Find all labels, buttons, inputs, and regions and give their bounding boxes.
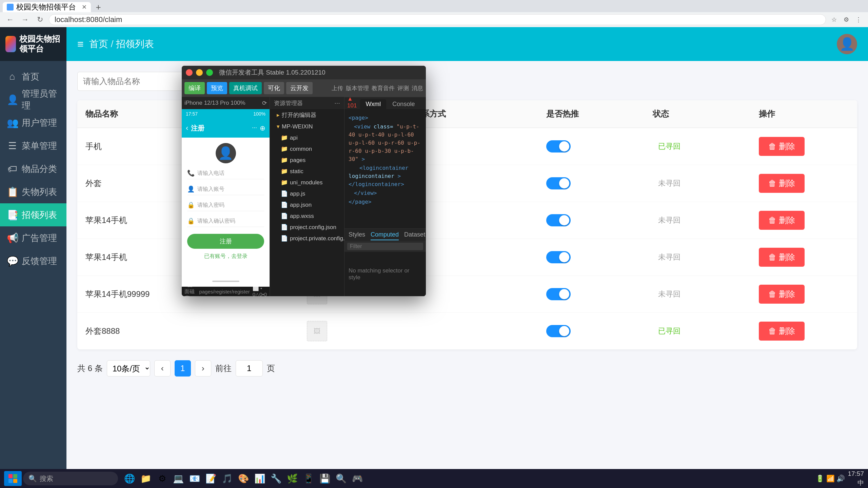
taskbar-app-8[interactable]: 📊 bbox=[252, 471, 267, 486]
phone-share-icon[interactable]: ⊕ bbox=[260, 124, 265, 132]
delete-button-3[interactable]: 🗑 删除 bbox=[759, 248, 805, 267]
file-tree-app-js[interactable]: 📄 app.js bbox=[270, 188, 344, 199]
account-field-icon: 👤 bbox=[187, 185, 195, 193]
real-debug-button[interactable]: 真机调试 bbox=[229, 82, 262, 94]
taskbar-app-3[interactable]: 💻 bbox=[171, 471, 186, 486]
visualize-button[interactable]: 可化 bbox=[264, 82, 284, 94]
delete-button-0[interactable]: 🗑 删除 bbox=[759, 137, 805, 156]
phone-confirm-password-field[interactable]: 🔒 请输入确认密码 bbox=[187, 215, 264, 227]
taskbar-app-6[interactable]: 🎵 bbox=[220, 471, 235, 486]
taskbar-app-9[interactable]: 🔧 bbox=[269, 471, 283, 486]
file-tree-mp-weixin[interactable]: ▾ MP-WEIXIN bbox=[270, 121, 344, 132]
page-1-button[interactable]: 1 bbox=[175, 360, 191, 377]
preview-button[interactable]: 预览 bbox=[207, 82, 227, 94]
nav-forward-button[interactable]: → bbox=[19, 14, 31, 26]
header-menu-icon[interactable]: ≡ bbox=[77, 38, 84, 50]
taskbar-app-12[interactable]: 💾 bbox=[317, 471, 332, 486]
delete-button-1[interactable]: 🗑 删除 bbox=[759, 174, 805, 193]
sidebar-item-ad[interactable]: 📢 广告管理 bbox=[0, 226, 66, 249]
delete-button-5[interactable]: 🗑 删除 bbox=[759, 322, 805, 341]
new-tab-button[interactable]: + bbox=[92, 2, 105, 12]
cell-status: 已寻回 bbox=[645, 128, 751, 165]
taskbar-app-14[interactable]: 🎮 bbox=[350, 471, 365, 486]
taskbar-app-10[interactable]: 🌿 bbox=[285, 471, 300, 486]
delete-button-2[interactable]: 🗑 删除 bbox=[759, 211, 805, 230]
nav-back-button[interactable]: ← bbox=[4, 14, 16, 26]
taskbar-app-13[interactable]: 🔍 bbox=[334, 471, 349, 486]
sidebar-item-feedback[interactable]: 💬 反馈管理 bbox=[0, 249, 66, 272]
inspector-tab-console[interactable]: Console bbox=[387, 99, 420, 109]
taskbar-app-5[interactable]: 📝 bbox=[203, 471, 218, 486]
devtools-window[interactable]: 微信开发者工具 Stable 1.05.2201210 编译 预览 真机调试 可… bbox=[182, 66, 426, 296]
hot-toggle-2[interactable] bbox=[546, 214, 636, 226]
sidebar-item-category[interactable]: 🏷 物品分类 bbox=[0, 157, 66, 180]
sidebar-item-home[interactable]: ⌂ 首页 bbox=[0, 65, 66, 88]
taskbar-app-7[interactable]: 🎨 bbox=[236, 471, 251, 486]
sidebar-item-menu[interactable]: ☰ 菜单管理 bbox=[0, 134, 66, 157]
file-tree-open-editors[interactable]: ▸ 打开的编辑器 bbox=[270, 109, 344, 121]
next-page-button[interactable]: › bbox=[195, 360, 211, 377]
nav-refresh-button[interactable]: ↻ bbox=[34, 14, 46, 26]
file-tree-app-json[interactable]: 📄 app.json bbox=[270, 199, 344, 210]
taskbar-search[interactable]: 🔍 搜索 bbox=[23, 472, 118, 485]
taskbar-app-2[interactable]: ⚙ bbox=[155, 471, 170, 486]
phone-back-button[interactable]: ‹ bbox=[186, 124, 188, 133]
file-tree-project-private[interactable]: 📄 project.private.config.js... bbox=[270, 233, 344, 244]
tab-close-button[interactable]: ✕ bbox=[82, 3, 87, 11]
rotate-icon[interactable]: ⟳ bbox=[262, 100, 267, 107]
styles-tab-computed[interactable]: Computed bbox=[371, 230, 399, 240]
breadcrumb-home[interactable]: 首页 bbox=[89, 38, 108, 50]
browser-tab-active[interactable]: 校园失物招领平台 ✕ bbox=[3, 2, 91, 12]
page-goto-input[interactable] bbox=[236, 360, 263, 377]
compile-button[interactable]: 编译 bbox=[184, 82, 205, 94]
file-tree-uni-modules[interactable]: 📁 uni_modules bbox=[270, 177, 344, 188]
hot-toggle-4[interactable] bbox=[546, 288, 636, 300]
file-tree-api[interactable]: 📁 api bbox=[270, 132, 344, 143]
file-tree-static[interactable]: 📁 static bbox=[270, 166, 344, 177]
taskbar-app-4[interactable]: 📧 bbox=[187, 471, 202, 486]
inspector-tab-sources[interactable]: Sources bbox=[421, 99, 426, 109]
phone-account-field[interactable]: 👤 请输入账号 bbox=[187, 183, 264, 195]
phone-login-link[interactable]: 已有账号，去登录 bbox=[204, 253, 248, 260]
devtools-min-button[interactable] bbox=[196, 69, 203, 76]
inspector-tab-wxml[interactable]: Wxml bbox=[360, 99, 386, 109]
menu-icon[interactable]: ⋮ bbox=[853, 14, 864, 25]
toolbar-comment-label: 教育音件 bbox=[372, 84, 395, 92]
hot-toggle-3[interactable] bbox=[546, 251, 636, 263]
hot-toggle-5[interactable] bbox=[546, 325, 636, 337]
start-button[interactable] bbox=[4, 471, 22, 486]
bookmark-icon[interactable]: ☆ bbox=[829, 14, 840, 25]
per-page-select[interactable]: 10条/页 20条/页 50条/页 bbox=[107, 360, 150, 377]
sidebar-item-claim[interactable]: 📑 招领列表 bbox=[0, 203, 66, 226]
file-tree-pages[interactable]: 📁 pages bbox=[270, 155, 344, 166]
hot-toggle-0[interactable] bbox=[546, 140, 636, 152]
styles-tab-styles[interactable]: Styles bbox=[349, 230, 365, 240]
hot-toggle-1[interactable] bbox=[546, 177, 636, 189]
delete-button-4[interactable]: 🗑 删除 bbox=[759, 285, 805, 304]
phone-register-button[interactable]: 注册 bbox=[187, 234, 264, 249]
sidebar-item-admin[interactable]: 👤 管理员管理 bbox=[0, 88, 66, 111]
file-tree-project-config[interactable]: 📄 project.config.json bbox=[270, 222, 344, 233]
devtools-max-button[interactable] bbox=[206, 69, 213, 76]
sidebar-item-lost[interactable]: 📋 失物列表 bbox=[0, 180, 66, 203]
search-input[interactable] bbox=[77, 72, 199, 91]
devtools-close-button[interactable] bbox=[186, 69, 193, 76]
phone-options-icon[interactable]: ··· bbox=[252, 124, 257, 132]
prev-page-button[interactable]: ‹ bbox=[154, 360, 171, 377]
phone-phone-field[interactable]: 📞 请输入电话 bbox=[187, 167, 264, 179]
address-bar[interactable] bbox=[49, 14, 826, 25]
styles-tab-dataset[interactable]: Dataset bbox=[404, 230, 425, 240]
styles-filter-input[interactable] bbox=[347, 243, 423, 250]
taskbar-app-11[interactable]: 📱 bbox=[301, 471, 316, 486]
cloud-button[interactable]: 云开发 bbox=[286, 82, 313, 94]
sidebar-item-user[interactable]: 👥 用户管理 bbox=[0, 111, 66, 134]
file-tree-more-icon[interactable]: ⋯ bbox=[334, 100, 340, 107]
extension-icon[interactable]: ⚙ bbox=[841, 14, 852, 25]
file-tree-common[interactable]: 📁 common bbox=[270, 143, 344, 155]
taskbar-app-0[interactable]: 🌐 bbox=[122, 471, 137, 486]
file-tree-app-wxss[interactable]: 📄 app.wxss bbox=[270, 210, 344, 222]
sidebar-logo: 校园失物招领平台 bbox=[0, 27, 66, 61]
phone-password-field[interactable]: 🔒 请输入密码 bbox=[187, 199, 264, 211]
taskbar-app-1[interactable]: 📁 bbox=[138, 471, 153, 486]
avatar[interactable]: 👤 bbox=[837, 34, 857, 54]
